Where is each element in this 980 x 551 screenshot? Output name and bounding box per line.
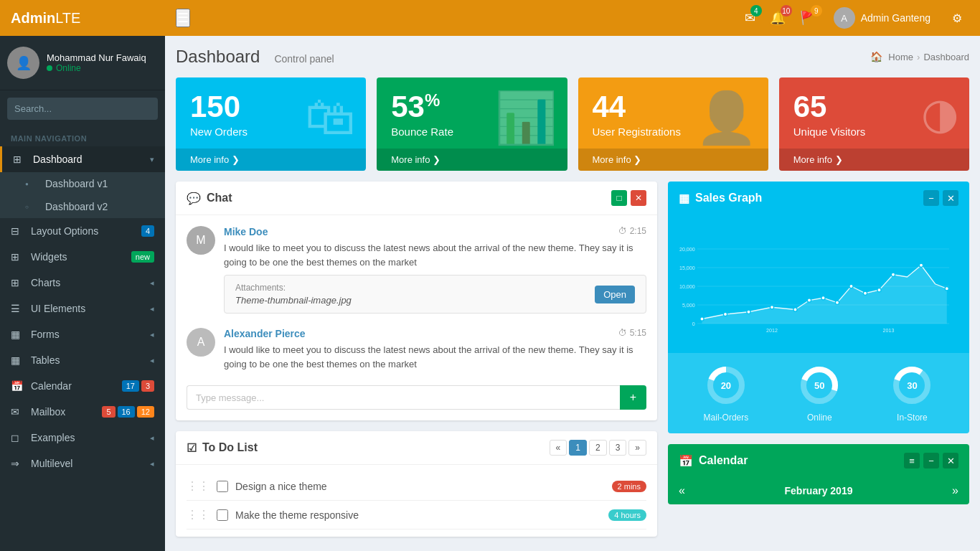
orders-footer[interactable]: More info ❯ [176,149,366,171]
todo-check-1[interactable] [217,481,228,492]
todo-item-2: ⋮⋮ Make the theme responsive 4 hours [187,501,646,529]
chat-send-button[interactable]: + [620,385,646,410]
chat-content-2: Alexander Pierce ⏱ 5:15 I would like to … [224,328,646,371]
sidebar-item-ui-elements[interactable]: ☰ UI Elements ◂ [0,296,165,321]
bounce-footer[interactable]: More info ❯ [377,149,567,171]
sidebar-section-title: MAIN NAVIGATION [0,127,165,146]
user-menu[interactable]: A Admin Ganteng [826,4,938,32]
chat-text-2: I would like to meet you to discuss the … [224,343,646,371]
online-label: Online [56,63,81,73]
todo-page-2-button[interactable]: 2 [589,440,607,456]
donut-mail-orders: 20 Mail-Orders [704,364,749,423]
donut-value-mail: 20 [721,380,731,391]
stat-box-bounce[interactable]: 53% Bounce Rate 📊 More info ❯ [377,77,567,171]
calendar-minimize-button[interactable]: − [923,453,939,468]
user-name: Admin Ganteng [861,12,930,24]
chat-avatar-2: A [187,328,215,357]
svg-point-18 [807,298,811,302]
calendar-title: 📅 Calendar [679,454,748,468]
sidebar-item-dashboard-v1[interactable]: ● Dashboard v1 [0,172,165,195]
layout-options-badge: 4 [141,225,154,237]
sidebar-item-forms[interactable]: ▦ Forms ◂ [0,321,165,347]
chat-name-1[interactable]: Mike Doe [224,226,268,237]
layout-options-icon: ⊟ [11,225,25,237]
sales-minimize-button[interactable]: − [923,190,939,206]
todo-next-button[interactable]: » [628,440,646,456]
calendar-next-button[interactable]: » [952,484,958,497]
visitors-footer[interactable]: More info ❯ [779,149,969,171]
todo-prev-button[interactable]: « [550,440,567,456]
sidebar-item-multilevel[interactable]: ⇒ Multilevel ◂ [0,451,165,476]
sidebar-item-calendar[interactable]: 📅 Calendar 17 3 [0,373,165,399]
calendar-menu-button[interactable]: ≡ [904,453,920,468]
calendar-header-icon: 📅 [679,454,693,468]
sidebar-label-examples: Examples [31,432,150,443]
sales-chart-area: 20,000 15,000 10,000 5,000 0 2012 2013 [668,215,969,353]
donut-container-mail: 20 [705,364,748,407]
top-nav: AdminLTE ☰ ✉ 4 🔔 10 🚩 9 A Admin Ganteng … [0,0,980,36]
hamburger-button[interactable]: ☰ [176,9,190,27]
sidebar-item-widgets[interactable]: ⊞ Widgets new [0,244,165,270]
stat-boxes: 150 New Orders 🛍 More info ❯ 53% Bounce … [176,77,969,171]
todo-text-1: Design a nice theme [235,481,605,492]
sidebar-item-charts[interactable]: ⊞ Charts ◂ [0,270,165,296]
svg-point-26 [945,287,948,291]
svg-point-15 [747,310,750,314]
todo-page-3-button[interactable]: 3 [609,440,627,456]
stat-box-visitors[interactable]: 65 Unique Visitors ◑ More info ❯ [779,77,969,171]
open-attachment-button[interactable]: Open [595,286,635,303]
sidebar-item-dashboard[interactable]: ⊞ Dashboard ▾ [0,146,165,172]
sales-graph-tools: − ✕ [923,190,958,206]
sidebar-item-dashboard-v2[interactable]: ○ Dashboard v2 [0,195,165,218]
calendar-month-year: February 2019 [785,485,853,496]
svg-point-19 [821,296,825,300]
breadcrumb-home[interactable]: Home [888,52,913,62]
chat-card-tools: □ ✕ [611,190,646,206]
todo-text-2: Make the theme responsive [235,509,601,521]
sidebar-sub-dashboard: ● Dashboard v1 ○ Dashboard v2 [0,172,165,218]
sales-icon: ▦ [679,192,689,205]
donut-value-store: 30 [907,380,917,391]
page-title: Dashboard [176,47,260,67]
chat-message-input[interactable] [187,385,620,410]
ui-elements-icon: ☰ [11,303,25,314]
sidebar-item-mailbox[interactable]: ✉ Mailbox 5 16 12 [0,399,165,425]
breadcrumb-current: Dashboard [923,52,969,62]
todo-check-2[interactable] [217,509,228,521]
multilevel-icon: ⇒ [11,458,25,469]
forms-icon: ▦ [11,329,25,340]
sidebar-item-examples[interactable]: ◻ Examples ◂ [0,425,165,451]
svg-text:15,000: 15,000 [679,265,695,271]
online-status: Online [47,63,146,73]
svg-text:2013: 2013 [883,328,895,334]
registrations-footer[interactable]: More info ❯ [578,149,768,171]
ui-elements-arrow: ◂ [150,304,154,314]
tables-arrow: ◂ [150,356,154,365]
todo-page-1-button[interactable]: 1 [569,440,587,456]
settings-button[interactable]: ⚙ [945,8,969,29]
calendar-close-button[interactable]: ✕ [943,453,958,468]
flag-button[interactable]: 🚩 9 [796,6,819,29]
bell-badge: 10 [781,5,792,17]
sidebar-search-container [0,90,165,127]
bell-button[interactable]: 🔔 10 [766,6,789,29]
svg-text:0: 0 [692,321,695,327]
todo-tag-2: 4 hours [608,509,646,521]
chat-minimize-button[interactable]: □ [611,190,627,206]
chat-close-button[interactable]: ✕ [631,190,646,206]
calendar-prev-button[interactable]: « [679,484,685,497]
search-input[interactable] [7,98,158,120]
chat-name-2[interactable]: Alexander Pierce [224,328,306,339]
calendar-tools: ≡ − ✕ [904,453,958,468]
sidebar-item-tables[interactable]: ▦ Tables ◂ [0,347,165,373]
todo-icon: ☑ [187,441,197,455]
todo-drag-1[interactable]: ⋮⋮ [187,479,209,493]
chat-message-2: A Alexander Pierce ⏱ 5:15 I would like t… [187,328,646,371]
stat-box-registrations[interactable]: 44 User Registrations 👤 More info ❯ [578,77,768,171]
stat-box-orders[interactable]: 150 New Orders 🛍 More info ❯ [176,77,366,171]
todo-drag-2[interactable]: ⋮⋮ [187,508,209,522]
sales-close-button[interactable]: ✕ [943,190,958,206]
sidebar-item-layout-options[interactable]: ⊟ Layout Options 4 [0,218,165,244]
svg-point-16 [770,306,773,309]
mail-button[interactable]: ✉ 4 [741,6,759,29]
